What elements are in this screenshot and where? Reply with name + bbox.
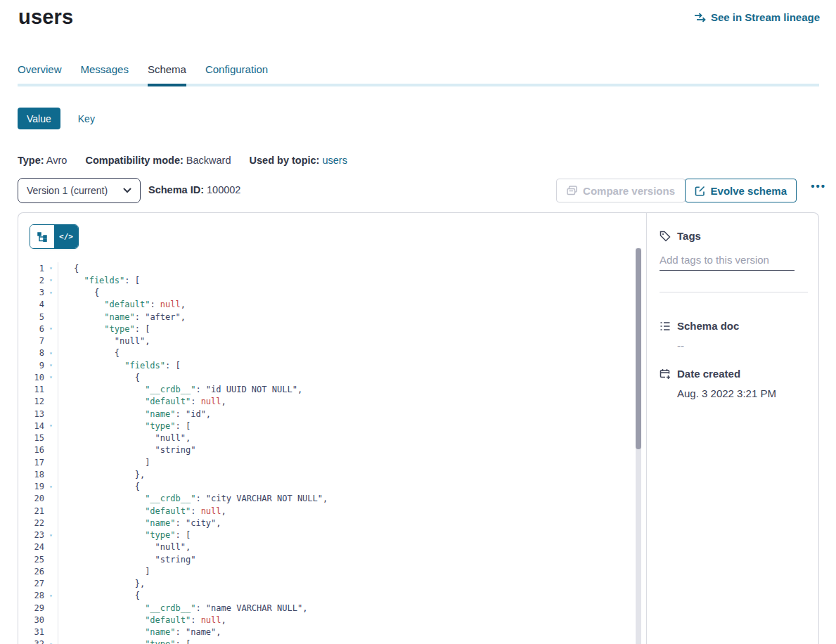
fold-toggle-icon[interactable]: ▾ (44, 323, 58, 335)
code-line: 11"__crdb__": "id UUID NOT NULL", (18, 384, 636, 396)
versions-icon (567, 186, 577, 195)
code-line: 24"null", (18, 541, 636, 553)
code-text: "__crdb__": "city VARCHAR NOT NULL", (145, 494, 328, 503)
line-number: 3 (18, 288, 44, 297)
fold-spacer (44, 505, 58, 517)
line-number: 8 (18, 348, 44, 358)
date-created-value: Aug. 3 2022 3:21 PM (677, 387, 808, 399)
code-text: "name": "city", (145, 518, 221, 528)
line-number: 28 (18, 591, 44, 600)
line-number: 13 (18, 409, 44, 419)
schema-meta-row: Type: Avro Compatibility mode: Backward … (18, 155, 363, 166)
code-text: "null", (155, 542, 191, 552)
tags-title: Tags (677, 230, 701, 242)
line-number: 17 (18, 458, 44, 468)
compatibility-value: Backward (186, 155, 231, 166)
key-tab-button[interactable]: Key (78, 113, 95, 124)
code-text: "name": "id", (145, 409, 211, 419)
fold-spacer (44, 384, 58, 396)
add-tags-input[interactable] (660, 254, 795, 271)
line-number: 18 (18, 470, 44, 479)
code-line: 12"default": null, (18, 396, 636, 408)
code-text: { (135, 482, 140, 491)
see-in-stream-lineage-link[interactable]: See in Stream lineage (694, 11, 820, 23)
code-text: "type": [ (145, 530, 191, 540)
code-text: { (74, 264, 79, 273)
code-line: 20"__crdb__": "city VARCHAR NOT NULL", (18, 493, 636, 505)
editor-view-toggle: </> (30, 224, 79, 249)
line-number: 24 (18, 542, 44, 552)
fold-toggle-icon[interactable]: ▾ (44, 287, 58, 299)
tab-bar: OverviewMessagesSchemaConfiguration (18, 63, 819, 86)
code-text: "name": "name", (145, 627, 221, 637)
fold-toggle-icon[interactable]: ▾ (44, 638, 58, 644)
code-line: 18}, (18, 468, 636, 480)
evolve-schema-label: Evolve schema (711, 185, 787, 197)
code-text: { (135, 591, 140, 600)
fold-toggle-icon[interactable]: ▾ (44, 481, 58, 493)
edit-icon (695, 186, 705, 196)
tab-messages[interactable]: Messages (81, 63, 129, 84)
code-text: "__crdb__": "name VARCHAR NULL", (145, 603, 307, 613)
schema-code-editor[interactable]: 1▾{2▾"fields": [3▾{4"default": null,5"na… (18, 262, 636, 644)
evolve-schema-button[interactable]: Evolve schema (685, 179, 797, 202)
code-text: { (115, 348, 120, 358)
code-line: 5"name": "after", (18, 311, 636, 323)
code-line: 14▾"type": [ (18, 420, 636, 432)
code-text: "fields": [ (124, 361, 180, 371)
line-number: 16 (18, 445, 44, 455)
code-line: 22"name": "city", (18, 517, 636, 529)
code-line: 32▾"type": [ (18, 638, 636, 644)
code-text: { (94, 288, 99, 297)
version-dropdown[interactable]: Version 1 (current) (18, 178, 141, 203)
editor-scrollbar-thumb[interactable] (636, 248, 641, 449)
code-text: "string" (155, 555, 196, 565)
page-title: users (18, 6, 73, 29)
line-number: 32 (18, 639, 44, 644)
fold-toggle-icon[interactable]: ▾ (44, 590, 58, 602)
schema-metadata-sidebar: Tags Schema doc -- (647, 213, 819, 644)
line-number: 23 (18, 530, 44, 540)
code-line: 13"name": "id", (18, 408, 636, 420)
editor-scrollbar-track[interactable] (636, 248, 641, 644)
line-number: 30 (18, 615, 44, 625)
fold-toggle-icon[interactable]: ▾ (44, 420, 58, 432)
fold-spacer (44, 408, 58, 420)
fold-toggle-icon[interactable]: ▾ (44, 359, 58, 371)
code-line: 6▾"type": [ (18, 323, 636, 335)
line-number: 29 (18, 603, 44, 613)
sidebar-divider (660, 292, 808, 292)
tab-configuration[interactable]: Configuration (205, 63, 268, 84)
code-view-button[interactable]: </> (54, 225, 78, 248)
code-text: ] (145, 567, 150, 577)
code-line: 19▾{ (18, 481, 636, 493)
fold-spacer (44, 299, 58, 311)
fold-spacer (44, 565, 58, 577)
value-tab-button[interactable]: Value (18, 108, 60, 129)
fold-toggle-icon[interactable]: ▾ (44, 529, 58, 541)
fold-spacer (44, 541, 58, 553)
fold-toggle-icon[interactable]: ▾ (44, 371, 58, 383)
code-line: 30"default": null, (18, 614, 636, 626)
fold-spacer (44, 396, 58, 408)
tab-schema[interactable]: Schema (148, 63, 186, 84)
type-value: Avro (46, 155, 67, 166)
code-line: 8▾{ (18, 347, 636, 359)
line-number: 2 (18, 276, 44, 285)
compare-versions-label: Compare versions (583, 185, 675, 197)
code-text: { (135, 373, 140, 382)
fold-spacer (44, 468, 58, 480)
tab-overview[interactable]: Overview (18, 63, 62, 84)
fold-toggle-icon[interactable]: ▾ (44, 347, 58, 359)
line-number: 12 (18, 397, 44, 406)
code-text: "type": [ (145, 421, 191, 431)
fold-toggle-icon[interactable]: ▾ (44, 262, 58, 274)
compare-versions-button[interactable]: Compare versions (556, 179, 686, 202)
more-actions-button[interactable]: ••• (811, 180, 826, 192)
topic-link[interactable]: users (322, 155, 347, 166)
calendar-plus-icon (660, 368, 671, 380)
tag-icon (660, 231, 671, 242)
schema-id-value: 100002 (207, 184, 240, 195)
fold-toggle-icon[interactable]: ▾ (44, 274, 58, 286)
tree-view-button[interactable] (30, 225, 54, 248)
